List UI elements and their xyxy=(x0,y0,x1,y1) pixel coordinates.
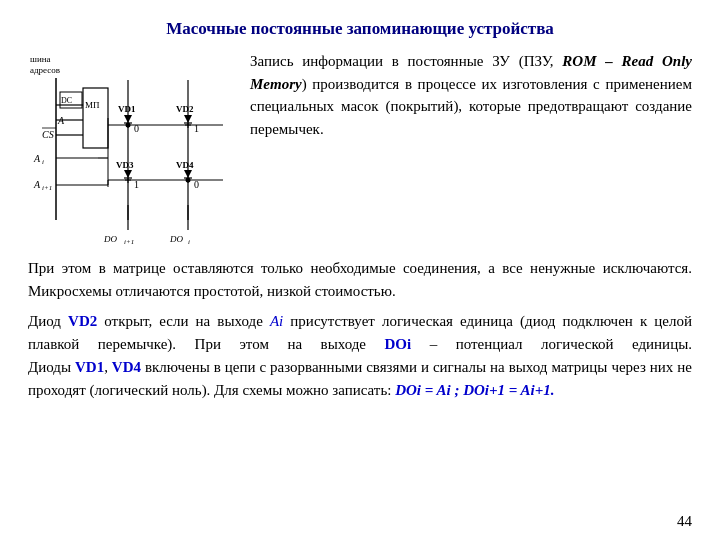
circuit-diagram: шина адресов DC A CS A xyxy=(28,50,238,249)
svg-text:DO: DO xyxy=(103,234,117,244)
svg-text:МП: МП xyxy=(85,100,100,110)
svg-text:0: 0 xyxy=(134,123,139,134)
svg-text:VD3: VD3 xyxy=(116,160,134,170)
p3-part2: открыт, если на выходе xyxy=(97,313,270,329)
svg-text:i+1: i+1 xyxy=(42,184,52,192)
p3-formula: DOi = Ai ; DOi+1 = Ai+1. xyxy=(395,382,554,398)
p3-vd2: VD2 xyxy=(68,313,97,329)
svg-text:VD2: VD2 xyxy=(176,104,194,114)
page: Масочные постоянные запоминающие устройс… xyxy=(0,0,720,540)
intro-text-before: Запись информации в постоянные ЗУ (ПЗУ, xyxy=(250,53,562,69)
p3-vd4: VD4 xyxy=(112,359,141,375)
svg-text:A: A xyxy=(33,153,41,164)
page-title: Масочные постоянные запоминающие устройс… xyxy=(28,18,692,40)
svg-text:CS: CS xyxy=(42,129,54,140)
svg-marker-39 xyxy=(184,170,192,178)
svg-text:i: i xyxy=(42,158,44,166)
svg-text:1: 1 xyxy=(134,179,139,190)
paragraph3: Диод VD2 открыт, если на выходе Ai прису… xyxy=(28,310,692,403)
svg-text:A: A xyxy=(33,179,41,190)
p3-part1: Диод xyxy=(28,313,68,329)
p3-doi: DOi xyxy=(385,336,412,352)
svg-text:i: i xyxy=(188,238,190,245)
page-number: 44 xyxy=(677,513,692,530)
p3-vd1: VD1 xyxy=(75,359,104,375)
svg-text:VD4: VD4 xyxy=(176,160,194,170)
svg-text:0: 0 xyxy=(194,179,199,190)
svg-text:DO: DO xyxy=(169,234,183,244)
p3-part5: , xyxy=(104,359,112,375)
svg-rect-14 xyxy=(83,88,108,148)
svg-marker-33 xyxy=(124,170,132,178)
svg-marker-27 xyxy=(184,115,192,123)
intro-text-after: ) производится в процессе их изготовлени… xyxy=(250,76,692,137)
svg-text:шина: шина xyxy=(30,54,51,64)
paragraph2: При этом в матрице оставляются только не… xyxy=(28,257,692,304)
intro-text: Запись информации в постоянные ЗУ (ПЗУ, … xyxy=(250,50,692,140)
svg-text:DC: DC xyxy=(61,96,72,105)
rom-bold: ROM xyxy=(562,53,596,69)
svg-text:1: 1 xyxy=(194,123,199,134)
svg-text:i+1: i+1 xyxy=(124,238,134,245)
circuit-svg: шина адресов DC A CS A xyxy=(28,50,238,245)
svg-point-42 xyxy=(186,178,191,183)
svg-point-24 xyxy=(126,123,131,128)
svg-marker-21 xyxy=(124,115,132,123)
top-section: шина адресов DC A CS A xyxy=(28,50,692,249)
svg-text:VD1: VD1 xyxy=(118,104,136,114)
p3-ai: Ai xyxy=(270,313,283,329)
svg-text:адресов: адресов xyxy=(30,65,60,75)
